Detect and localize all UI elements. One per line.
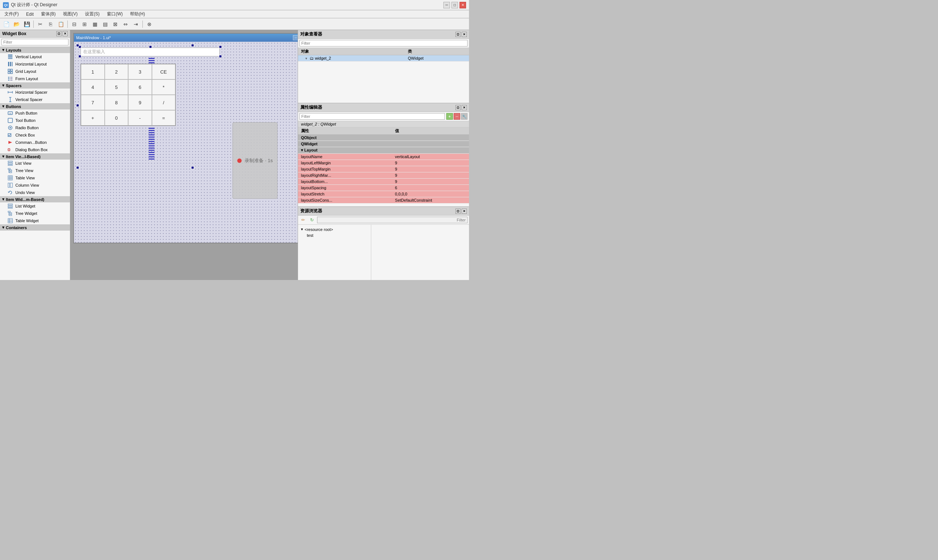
- cut-button[interactable]: ✂: [35, 19, 45, 29]
- obj-inspector-filter-input[interactable]: [299, 40, 468, 46]
- menu-file[interactable]: 文件(F): [2, 10, 22, 18]
- widget-grid-layout[interactable]: Grid Layout: [0, 68, 70, 75]
- widget-radio-button[interactable]: Radio Button: [0, 124, 70, 131]
- new-button[interactable]: 📄: [2, 19, 11, 29]
- prop-row-sizecons[interactable]: layoutSizeCons... SetDefaultConstraint: [298, 197, 469, 203]
- menu-settings[interactable]: 设置(S): [82, 10, 103, 18]
- designer-minimize-btn[interactable]: ─: [293, 35, 298, 40]
- resource-root-item[interactable]: ▾ <resource root>: [299, 226, 370, 232]
- resource-browser-close-btn[interactable]: ✕: [462, 209, 467, 214]
- friends-button[interactable]: ⊗: [145, 19, 154, 29]
- layout-v-button[interactable]: ⊞: [80, 19, 89, 29]
- prop-row-spacing[interactable]: layoutSpacing 6: [298, 185, 469, 191]
- prop-row-layoutname[interactable]: layoutName verticalLayout: [298, 154, 469, 160]
- resource-edit-btn[interactable]: ✏: [299, 216, 307, 224]
- calc-btn-7[interactable]: 7: [81, 95, 105, 110]
- widget-horizontal-layout[interactable]: Horizontal Layout: [0, 60, 70, 68]
- calc-btn-mul[interactable]: *: [152, 79, 176, 95]
- category-layouts[interactable]: ▾ Layouts: [0, 47, 70, 53]
- layout-h-button[interactable]: ⊟: [69, 19, 79, 29]
- adjust-size-button[interactable]: ⇔: [121, 19, 130, 29]
- obj-inspector-float-btn[interactable]: ⊡: [456, 32, 461, 37]
- widget-tree-view[interactable]: Tree View: [0, 167, 70, 174]
- calc-btn-2[interactable]: 2: [105, 64, 128, 79]
- widget-box-close-button[interactable]: ✕: [63, 31, 68, 36]
- widget-list-view[interactable]: List View: [0, 160, 70, 167]
- widget-table-widget[interactable]: Table Widget: [0, 217, 70, 225]
- widget-column-view[interactable]: Column View: [0, 182, 70, 189]
- prop-editor-close-btn[interactable]: ✕: [462, 105, 467, 110]
- close-button[interactable]: ✕: [459, 2, 466, 8]
- obj-inspector-filter-box: [298, 39, 469, 48]
- prop-filter-input[interactable]: [299, 113, 445, 120]
- svg-rect-52: [9, 214, 12, 215]
- maximize-button[interactable]: □: [451, 2, 458, 8]
- widget-command-button[interactable]: Comman...Button: [0, 139, 70, 146]
- calc-btn-8[interactable]: 8: [105, 95, 128, 110]
- menu-view[interactable]: 视图(V): [60, 10, 80, 18]
- break-layout-button[interactable]: ⊠: [111, 19, 120, 29]
- category-item-views[interactable]: ▾ Item Vie...I-Based): [0, 153, 70, 160]
- widget-box-filter-input[interactable]: [2, 39, 68, 45]
- calc-btn-eq[interactable]: =: [152, 110, 176, 126]
- layout-grid-button[interactable]: ▦: [90, 19, 100, 29]
- widget-box-float-button[interactable]: ⊡: [56, 31, 62, 36]
- prop-remove-button[interactable]: ─: [454, 113, 460, 120]
- prop-add-button[interactable]: +: [446, 113, 453, 120]
- resource-reload-btn[interactable]: ↻: [308, 216, 316, 224]
- widget-vertical-spacer[interactable]: Vertical Spacer: [0, 96, 70, 103]
- widget-horizontal-spacer[interactable]: Horizontal Spacer: [0, 89, 70, 96]
- calc-btn-9[interactable]: 9: [128, 95, 152, 110]
- calc-btn-3[interactable]: 3: [128, 64, 152, 79]
- widget-vertical-layout[interactable]: Vertical Layout: [0, 53, 70, 60]
- resource-browser-float-btn[interactable]: ⊡: [456, 209, 461, 214]
- prop-row-rightmargin[interactable]: layoutRightMar... 9: [298, 172, 469, 178]
- svg-rect-54: [8, 218, 12, 223]
- widget-form-layout[interactable]: Form Layout: [0, 75, 70, 82]
- prop-wrench-button[interactable]: 🔧: [461, 113, 468, 120]
- widget-dialog-button-box[interactable]: Dialog Button Box: [0, 146, 70, 153]
- resource-child-test[interactable]: test: [299, 232, 370, 238]
- minimize-button[interactable]: ─: [444, 2, 450, 8]
- widget-tree-widget[interactable]: Tree Widget: [0, 210, 70, 217]
- prop-row-leftmargin[interactable]: layoutLeftMargin 9: [298, 160, 469, 166]
- layout-form-button[interactable]: ▤: [100, 19, 110, 29]
- prop-row-stretch[interactable]: layoutStretch 0,0,0,0: [298, 191, 469, 197]
- copy-button[interactable]: ⎘: [46, 19, 55, 29]
- menu-form[interactable]: 窗体(B): [38, 10, 59, 18]
- save-button[interactable]: 💾: [22, 19, 31, 29]
- calc-btn-6[interactable]: 6: [128, 79, 152, 95]
- prop-row-topmargin[interactable]: layoutTopMargin 9: [298, 166, 469, 172]
- resource-filter-input[interactable]: [317, 217, 468, 223]
- calc-btn-minus[interactable]: -: [128, 110, 152, 126]
- menu-edit[interactable]: Edit: [23, 11, 37, 18]
- prop-editor-float-btn[interactable]: ⊡: [456, 105, 461, 110]
- category-spacers[interactable]: ▾ Spacers: [0, 82, 70, 89]
- category-item-widgets[interactable]: ▾ Item Wid...m-Based): [0, 196, 70, 202]
- calc-btn-plus[interactable]: +: [81, 110, 105, 126]
- calc-btn-1[interactable]: 1: [81, 64, 105, 79]
- widget-tool-button[interactable]: Tool Button: [0, 117, 70, 124]
- open-button[interactable]: 📂: [12, 19, 21, 29]
- calc-btn-5[interactable]: 5: [105, 79, 128, 95]
- calc-btn-div[interactable]: /: [152, 95, 176, 110]
- widget-push-button[interactable]: OK Push Button: [0, 109, 70, 117]
- prop-row-bottommargin[interactable]: layoutBottom... 9: [298, 178, 469, 185]
- obj-inspector-close-btn[interactable]: ✕: [462, 32, 467, 37]
- designer-canvas[interactable]: 在这里输入 1 2 3 CE: [74, 42, 298, 243]
- canvas-area[interactable]: MainWindow - 1.ui* ─ □ ✕ 在这里输入: [70, 30, 298, 280]
- calc-btn-0[interactable]: 0: [105, 110, 128, 126]
- taborder-button[interactable]: ⇥: [131, 19, 140, 29]
- menu-window[interactable]: 窗口(W): [104, 10, 126, 18]
- widget-check-box[interactable]: Check Box: [0, 131, 70, 139]
- paste-button[interactable]: 📋: [56, 19, 66, 29]
- widget-table-view[interactable]: Table View: [0, 174, 70, 182]
- menu-help[interactable]: 帮助(H): [127, 10, 148, 18]
- widget-undo-view[interactable]: Undo View: [0, 189, 70, 196]
- category-buttons[interactable]: ▾ Buttons: [0, 103, 70, 109]
- calc-btn-ce[interactable]: CE: [152, 64, 176, 79]
- widget-list-widget[interactable]: List Widget: [0, 202, 70, 210]
- calc-btn-4[interactable]: 4: [81, 79, 105, 95]
- obj-row-widget2[interactable]: ▾ 🗂 widget_2 QWidget: [298, 55, 469, 62]
- category-containers[interactable]: ▾ Containers: [0, 225, 70, 231]
